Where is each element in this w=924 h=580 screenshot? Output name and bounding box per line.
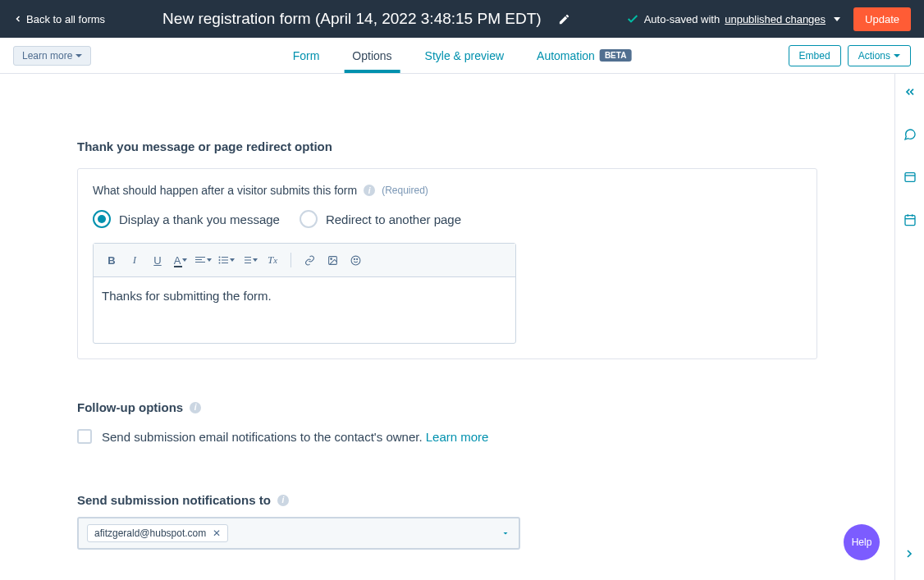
required-label: (Required) — [382, 185, 428, 196]
embed-button[interactable]: Embed — [789, 45, 841, 66]
tab-style[interactable]: Style & preview — [425, 38, 504, 73]
ordered-list-icon[interactable] — [240, 250, 259, 270]
radio-thankyou[interactable]: Display a thank you message — [93, 210, 280, 228]
link-icon[interactable] — [300, 250, 319, 270]
clear-format-icon[interactable]: Tx — [263, 250, 282, 270]
radio-redirect[interactable]: Redirect to another page — [300, 210, 461, 228]
radio-thankyou-label: Display a thank you message — [119, 212, 280, 226]
svg-rect-6 — [222, 260, 228, 261]
main-area: Thank you message or page redirect optio… — [0, 74, 924, 580]
tab-form[interactable]: Form — [293, 38, 320, 73]
calendar-icon[interactable] — [902, 212, 918, 228]
editor-toolbar: B I U A Tx — [94, 244, 515, 277]
followup-checkbox-row[interactable]: Send submission email notifications to t… — [77, 429, 817, 444]
bold-icon[interactable]: B — [102, 250, 121, 270]
learn-more-link[interactable]: Learn more — [426, 430, 489, 444]
tabs: Form Options Style & preview Automation … — [293, 38, 632, 73]
update-button[interactable]: Update — [853, 7, 911, 31]
unordered-list-icon[interactable] — [217, 250, 236, 270]
email-chip: afitzgerald@hubspot.com ✕ — [87, 524, 228, 542]
svg-rect-10 — [245, 260, 251, 261]
radio-icon — [93, 210, 111, 228]
check-icon — [626, 12, 639, 25]
tab-options[interactable]: Options — [352, 38, 391, 73]
autosave-prefix: Auto-saved with — [644, 13, 720, 25]
close-icon[interactable]: ✕ — [213, 527, 221, 539]
autosave-status[interactable]: Auto-saved with unpublished changes — [626, 12, 840, 25]
svg-point-3 — [219, 257, 221, 258]
svg-rect-0 — [195, 257, 205, 258]
edit-icon[interactable] — [558, 13, 570, 25]
expand-arrow-icon[interactable] — [903, 547, 916, 560]
svg-rect-17 — [905, 173, 915, 182]
svg-point-16 — [356, 258, 357, 259]
notif-title: Send submission notifications to i — [77, 493, 817, 507]
thank-you-section-title: Thank you message or page redirect optio… — [77, 139, 817, 153]
beta-badge: BETA — [600, 49, 631, 62]
radio-group: Display a thank you message Redirect to … — [93, 210, 802, 228]
editor-body[interactable]: Thanks for submitting the form. — [94, 277, 515, 343]
svg-rect-19 — [905, 216, 915, 226]
checkbox-icon[interactable] — [77, 429, 92, 444]
email-chip-label: afitzgerald@hubspot.com — [94, 527, 206, 539]
caret-down-icon — [894, 54, 900, 57]
svg-point-5 — [219, 259, 221, 261]
sub-bar: Learn more Form Options Style & preview … — [0, 38, 924, 74]
emoji-icon[interactable] — [345, 250, 365, 270]
learn-more-button[interactable]: Learn more — [13, 46, 91, 66]
svg-rect-9 — [245, 257, 251, 258]
chat-icon[interactable] — [902, 126, 918, 143]
svg-point-7 — [219, 263, 221, 264]
notif-title-text: Send submission notifications to — [77, 493, 271, 507]
collapse-icon[interactable] — [902, 84, 918, 100]
chevron-left-icon — [13, 14, 23, 24]
italic-icon[interactable]: I — [125, 250, 144, 270]
autosave-link: unpublished changes — [725, 13, 826, 25]
followup-title-text: Follow-up options — [77, 400, 183, 414]
caret-down-icon — [75, 54, 82, 57]
followup-title: Follow-up options i — [77, 400, 817, 414]
email-select[interactable]: afitzgerald@hubspot.com ✕ — [77, 517, 520, 550]
info-icon[interactable]: i — [364, 185, 375, 196]
back-link[interactable]: Back to all forms — [13, 13, 105, 25]
underline-icon[interactable]: U — [148, 250, 167, 270]
radio-redirect-label: Redirect to another page — [326, 212, 461, 226]
svg-point-13 — [330, 258, 332, 259]
window-icon[interactable] — [902, 169, 918, 185]
tab-automation[interactable]: Automation BETA — [537, 38, 631, 73]
svg-rect-11 — [245, 263, 251, 263]
submit-question-label: What should happen after a visitor submi… — [93, 184, 802, 197]
separator — [290, 253, 291, 267]
top-bar: Back to all forms New registration form … — [0, 0, 924, 38]
caret-down-icon — [834, 17, 840, 21]
followup-checkbox-label: Send submission email notifications to t… — [102, 430, 488, 444]
align-icon[interactable] — [194, 250, 213, 270]
notifications-section: Send submission notifications to i afitz… — [77, 493, 817, 550]
right-sidebar — [894, 74, 924, 580]
submit-question-text: What should happen after a visitor submi… — [93, 184, 357, 197]
help-button[interactable]: Help — [844, 524, 880, 560]
learn-more-label: Learn more — [22, 50, 72, 62]
svg-rect-4 — [222, 257, 228, 258]
radio-icon — [300, 210, 318, 228]
caret-down-icon[interactable] — [501, 528, 510, 538]
text-color-icon[interactable]: A — [171, 250, 190, 270]
back-label: Back to all forms — [26, 13, 105, 25]
info-icon[interactable]: i — [277, 495, 289, 506]
right-actions: Embed Actions — [789, 45, 911, 66]
svg-point-14 — [351, 256, 360, 265]
actions-button[interactable]: Actions — [848, 45, 911, 66]
svg-point-15 — [354, 258, 355, 259]
content: Thank you message or page redirect optio… — [0, 74, 894, 580]
page-title: New registration form (April 14, 2022 3:… — [162, 10, 541, 28]
image-icon[interactable] — [322, 250, 342, 270]
svg-rect-8 — [222, 263, 228, 263]
followup-section: Follow-up options i Send submission emai… — [77, 400, 817, 444]
rich-text-editor: B I U A Tx Thanks for submitting the for… — [93, 243, 516, 344]
tab-automation-label: Automation — [537, 49, 595, 62]
info-icon[interactable]: i — [190, 402, 201, 413]
thank-you-card: What should happen after a visitor submi… — [77, 168, 817, 359]
svg-rect-2 — [195, 262, 205, 263]
actions-label: Actions — [858, 50, 890, 62]
svg-rect-1 — [195, 259, 202, 260]
